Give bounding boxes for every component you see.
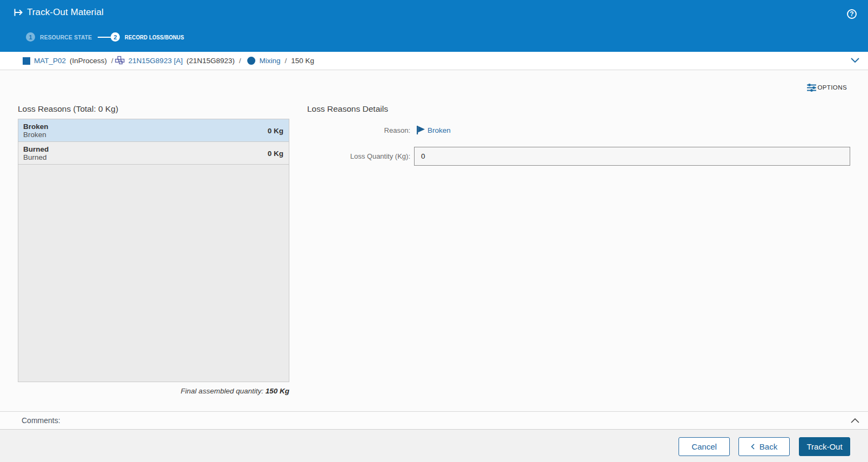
final-quantity-label: Final assembled quantity: [181, 387, 263, 395]
material-square-icon [23, 57, 30, 65]
step-2-circle: 2 [111, 32, 120, 42]
breadcrumb-material-link[interactable]: MAT_P02 [34, 57, 66, 65]
breadcrumb-lot-name: (21N15G8923) [186, 57, 234, 65]
breadcrumb-material-status: (InProcess) [70, 57, 107, 65]
wizard-steps: 1 RESOURCE STATE 2 RECORD LOSS/BONUS [26, 32, 196, 42]
back-label: Back [760, 442, 777, 451]
breadcrumb-lot-link[interactable]: 21N15G8923 [A] [128, 57, 183, 65]
loss-quantity-input[interactable] [414, 147, 850, 166]
breadcrumb-separator: / [285, 57, 287, 65]
trackout-dialog: Track-Out Material ? 1 RESOURCE STATE 2 … [0, 0, 868, 462]
reason-value: Broken [428, 126, 451, 134]
comments-bar: Comments: [0, 411, 868, 430]
final-assembled-quantity: Final assembled quantity: 150 Kg [18, 387, 289, 395]
help-icon[interactable]: ? [847, 9, 857, 19]
loss-reason-row-burned[interactable]: Burned Burned 0 Kg [18, 142, 289, 165]
loss-reason-details-panel: Loss Reasons Details Reason: Broken Loss… [307, 104, 850, 166]
title-row: Track-Out Material ? [0, 0, 868, 26]
chevron-up-icon[interactable] [851, 418, 859, 423]
step-resource-state[interactable]: 1 RESOURCE STATE [26, 32, 98, 42]
loss-reasons-list: Broken Broken 0 Kg Burned Burned 0 Kg [18, 119, 289, 382]
page-title: Track-Out Material [27, 7, 104, 18]
reason-label: Reason: [307, 126, 410, 134]
reason-row: Reason: Broken [307, 125, 850, 135]
workflow-icon [115, 55, 125, 65]
reason-name: Broken [23, 122, 283, 131]
reason-description: Burned [23, 154, 283, 161]
reason-description: Broken [23, 131, 283, 139]
breadcrumb-quantity: 150 Kg [291, 57, 314, 65]
chevron-down-icon[interactable] [851, 58, 859, 63]
options-sliders-icon [807, 84, 816, 92]
final-quantity-value: 150 Kg [266, 387, 289, 395]
loss-reasons-title: Loss Reasons (Total: 0 Kg) [18, 104, 289, 114]
comments-label: Comments: [22, 416, 60, 425]
loss-reasons-panel: Loss Reasons (Total: 0 Kg) Broken Broken… [18, 104, 289, 395]
step-record-loss-bonus[interactable]: 2 RECORD LOSS/BONUS [111, 32, 196, 42]
loss-quantity-row: Loss Quantity (Kg): [307, 147, 850, 166]
breadcrumb: MAT_P02 (InProcess) / 21N15G8923 [A] (21… [0, 52, 868, 70]
details-title: Loss Reasons Details [307, 104, 850, 114]
cancel-button[interactable]: Cancel [679, 437, 730, 456]
reason-quantity: 0 Kg [268, 142, 283, 165]
step-circle-icon [247, 57, 255, 65]
track-out-button[interactable]: Track-Out [799, 437, 850, 456]
step-1-circle: 1 [26, 32, 35, 42]
chevron-left-icon [751, 444, 755, 450]
breadcrumb-separator: / [111, 57, 113, 65]
reason-quantity: 0 Kg [268, 119, 283, 142]
flag-icon [416, 125, 425, 135]
step-2-label: RECORD LOSS/BONUS [125, 34, 184, 40]
track-out-icon [14, 8, 23, 17]
breadcrumb-step-link[interactable]: Mixing [259, 57, 280, 65]
reason-name: Burned [23, 145, 283, 154]
record-loss-content: OPTIONS Loss Reasons (Total: 0 Kg) Broke… [0, 70, 868, 411]
options-label: OPTIONS [817, 84, 847, 91]
app-header: Track-Out Material ? 1 RESOURCE STATE 2 … [0, 0, 868, 52]
step-connector [98, 37, 111, 38]
back-button[interactable]: Back [738, 437, 790, 456]
breadcrumb-separator: / [239, 57, 241, 65]
action-footer: Cancel Back Track-Out [0, 430, 868, 462]
loss-reason-row-broken[interactable]: Broken Broken 0 Kg [18, 119, 289, 142]
options-button[interactable]: OPTIONS [807, 83, 847, 92]
step-1-label: RESOURCE STATE [40, 34, 92, 40]
loss-quantity-label: Loss Quantity (Kg): [307, 152, 410, 160]
